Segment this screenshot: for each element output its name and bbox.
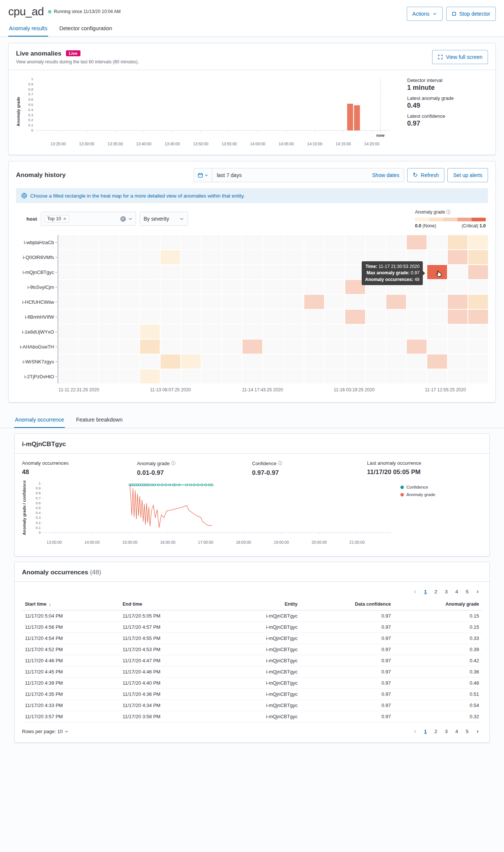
info-icon[interactable]: ⓘ [446, 209, 451, 215]
page-button-2[interactable]: 2 [431, 587, 440, 596]
heatmap-cell[interactable] [161, 354, 180, 369]
heatmap-cell[interactable] [243, 235, 262, 249]
heatmap-cell[interactable] [448, 310, 467, 324]
heatmap-cell[interactable] [222, 354, 242, 369]
tab-detector-configuration[interactable]: Detector configuration [58, 21, 113, 37]
heatmap-cell[interactable] [181, 310, 201, 324]
heatmap-cell[interactable] [427, 235, 447, 249]
refresh-button[interactable]: ↻ Refresh [407, 168, 444, 182]
heatmap-cell[interactable] [448, 369, 467, 384]
heatmap-cell[interactable] [181, 369, 201, 384]
heatmap-cell[interactable] [58, 295, 78, 309]
heatmap-cell[interactable] [468, 310, 488, 324]
heatmap-cell[interactable] [222, 280, 242, 294]
heatmap-cell[interactable] [181, 340, 201, 354]
heatmap-cell[interactable] [407, 295, 427, 309]
heatmap-cell[interactable] [345, 354, 365, 369]
heatmap-cell[interactable] [58, 354, 78, 369]
heatmap-cell[interactable] [181, 295, 201, 309]
setup-alerts-button[interactable]: Set up alerts [447, 168, 488, 182]
heatmap-cell[interactable] [222, 310, 242, 324]
heatmap-cell[interactable] [222, 295, 242, 309]
view-fullscreen-button[interactable]: View full screen [432, 50, 488, 64]
calendar-dropdown[interactable] [194, 168, 212, 182]
heatmap-cell[interactable] [99, 295, 119, 309]
heatmap-cell[interactable] [468, 265, 488, 279]
heatmap-cell[interactable] [222, 250, 242, 264]
heatmap-cell[interactable] [325, 265, 345, 279]
heatmap-cell[interactable] [99, 280, 119, 294]
heatmap-cell[interactable] [386, 369, 406, 384]
heatmap-cell[interactable] [222, 235, 242, 249]
heatmap-cell[interactable] [202, 354, 221, 369]
heatmap-cell[interactable] [304, 250, 324, 264]
column-header-start-time[interactable]: Start time ↓ [22, 598, 120, 610]
tab-anomaly-results[interactable]: Anomaly results [8, 21, 48, 37]
heatmap-cell[interactable] [243, 340, 262, 354]
heatmap-cell[interactable] [386, 340, 406, 354]
heatmap-cell[interactable] [222, 369, 242, 384]
heatmap-cell[interactable] [202, 235, 221, 249]
heatmap-cell[interactable] [79, 310, 98, 324]
heatmap-cell[interactable] [468, 250, 488, 264]
heatmap-cell[interactable] [140, 325, 160, 339]
heatmap-cell[interactable] [468, 280, 488, 294]
info-icon[interactable]: ⓘ [171, 460, 175, 467]
heatmap-cell[interactable] [79, 295, 98, 309]
legend-item[interactable]: Confidence [400, 485, 449, 489]
heatmap-cell[interactable] [407, 235, 427, 249]
heatmap-cell[interactable] [99, 340, 119, 354]
heatmap-cell[interactable] [202, 295, 221, 309]
heatmap-cell[interactable] [222, 265, 242, 279]
column-header-entity[interactable]: Entity [217, 598, 301, 610]
heatmap-cell[interactable] [304, 235, 324, 249]
heatmap-cell[interactable] [345, 235, 365, 249]
heatmap-cell[interactable] [181, 235, 201, 249]
heatmap-cell[interactable] [304, 369, 324, 384]
heatmap-cell[interactable] [161, 235, 180, 249]
heatmap-cell[interactable] [99, 265, 119, 279]
heatmap-cell[interactable] [263, 325, 283, 339]
heatmap-cell[interactable] [243, 280, 262, 294]
heatmap-cell[interactable] [448, 280, 467, 294]
heatmap-cell[interactable] [263, 369, 283, 384]
heatmap-cell[interactable] [99, 369, 119, 384]
heatmap-cell[interactable] [386, 354, 406, 369]
heatmap-cell[interactable] [427, 310, 447, 324]
heatmap-cell[interactable] [386, 235, 406, 249]
heatmap-cell[interactable] [366, 295, 386, 309]
tab-anomaly-occurrence[interactable]: Anomaly occurrence [14, 412, 65, 428]
entity-filter-combobox[interactable]: Top 10 ✕ ✕ [41, 212, 136, 226]
heatmap-cell[interactable] [58, 310, 78, 324]
heatmap-cell[interactable] [181, 250, 201, 264]
heatmap-cell[interactable] [263, 340, 283, 354]
heatmap-cell[interactable] [79, 354, 98, 369]
page-button-1[interactable]: 1 [421, 727, 430, 736]
heatmap-cell[interactable] [120, 310, 139, 324]
column-header-data-confidence[interactable]: Data confidence [301, 598, 394, 610]
heatmap-cell[interactable] [58, 325, 78, 339]
heatmap-cell[interactable] [161, 340, 180, 354]
heatmap-cell[interactable] [304, 340, 324, 354]
heatmap-cell[interactable] [427, 340, 447, 354]
heatmap-cell[interactable] [140, 235, 160, 249]
heatmap-cell[interactable] [284, 235, 304, 249]
top10-filter-pill[interactable]: Top 10 ✕ [44, 215, 70, 223]
heatmap-cell[interactable] [304, 310, 324, 324]
heatmap-cell[interactable] [263, 280, 283, 294]
prev-page-button[interactable]: ‹ [411, 587, 419, 596]
heatmap-cell[interactable] [79, 280, 98, 294]
heatmap-cell[interactable] [468, 235, 488, 249]
heatmap-cell[interactable] [120, 325, 139, 339]
page-button-5[interactable]: 5 [463, 587, 472, 596]
heatmap-cell[interactable] [202, 369, 221, 384]
heatmap-cell[interactable] [161, 295, 180, 309]
heatmap-cell[interactable] [99, 310, 119, 324]
heatmap-cell[interactable] [58, 250, 78, 264]
heatmap-cell[interactable] [120, 235, 139, 249]
heatmap-cell[interactable] [407, 354, 427, 369]
remove-pill-icon[interactable]: ✕ [63, 217, 66, 221]
heatmap-cell[interactable] [243, 250, 262, 264]
heatmap-cell[interactable] [284, 295, 304, 309]
heatmap-cell[interactable] [99, 325, 119, 339]
